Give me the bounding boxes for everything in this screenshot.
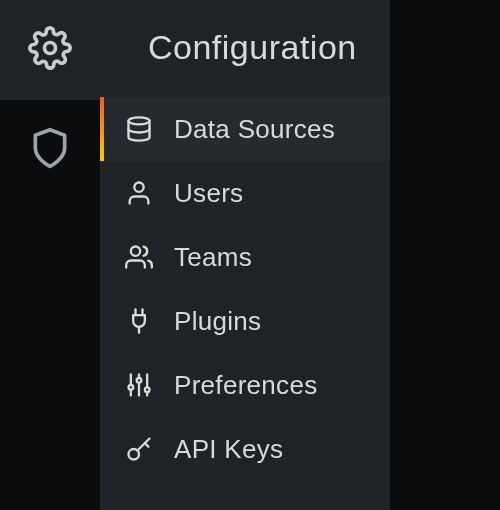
menu-item-label: Users: [174, 178, 243, 209]
nav-rail-configuration[interactable]: [0, 0, 100, 100]
sliders-icon: [124, 370, 154, 400]
svg-line-12: [145, 443, 149, 447]
menu-item-label: API Keys: [174, 434, 283, 465]
user-icon: [124, 178, 154, 208]
menu-item-users[interactable]: Users: [100, 161, 390, 225]
app-root: Configuration Data Sources: [0, 0, 500, 510]
nav-rail-security[interactable]: [0, 100, 100, 200]
svg-point-9: [145, 387, 150, 392]
key-icon: [124, 434, 154, 464]
menu-item-teams[interactable]: Teams: [100, 225, 390, 289]
svg-point-1: [129, 117, 150, 124]
svg-point-0: [45, 43, 56, 54]
panel-title: Configuration: [100, 0, 390, 97]
menu-item-label: Teams: [174, 242, 252, 273]
menu-item-label: Data Sources: [174, 114, 335, 145]
menu-item-api-keys[interactable]: API Keys: [100, 417, 390, 481]
menu-item-label: Plugins: [174, 306, 261, 337]
configuration-menu: Data Sources Users: [100, 97, 390, 481]
svg-point-7: [137, 378, 142, 383]
gear-icon: [28, 26, 72, 74]
shield-icon: [28, 126, 72, 174]
users-icon: [124, 242, 154, 272]
plug-icon: [124, 306, 154, 336]
database-icon: [124, 114, 154, 144]
svg-point-2: [134, 183, 143, 192]
menu-item-plugins[interactable]: Plugins: [100, 289, 390, 353]
configuration-panel: Configuration Data Sources: [100, 0, 390, 510]
menu-item-data-sources[interactable]: Data Sources: [100, 97, 390, 161]
nav-rail: [0, 0, 100, 510]
svg-point-5: [129, 385, 134, 390]
menu-item-label: Preferences: [174, 370, 317, 401]
svg-point-3: [131, 247, 140, 256]
menu-item-preferences[interactable]: Preferences: [100, 353, 390, 417]
